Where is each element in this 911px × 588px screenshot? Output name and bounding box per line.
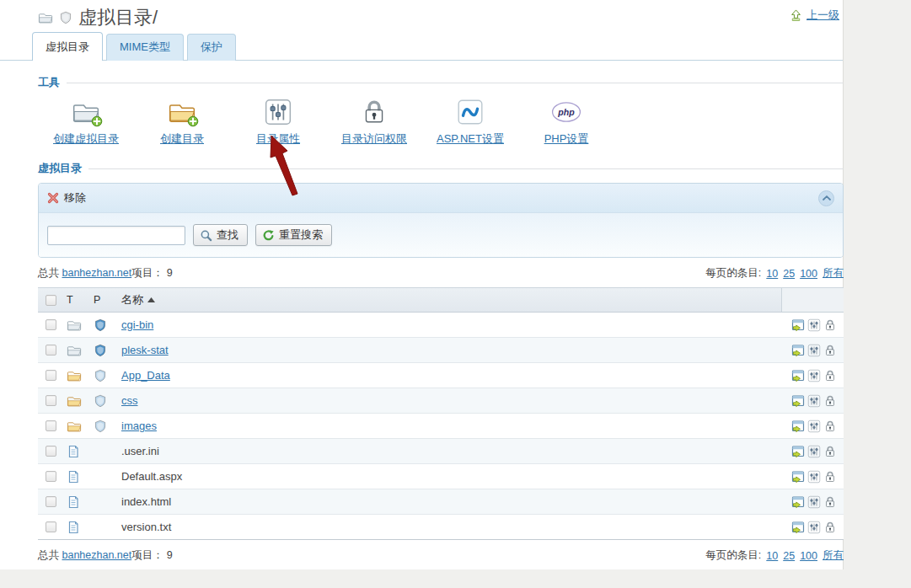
row-checkbox[interactable] [46,496,56,507]
row-checkbox[interactable] [46,345,56,355]
access-permissions-icon[interactable] [823,495,837,509]
per-page-100[interactable]: 100 [800,268,817,280]
tool-create-directory[interactable]: 创建目录 [134,97,230,147]
tool-directory-access-permissions[interactable]: 目录访问权限 [326,97,422,147]
directory-properties-icon[interactable] [807,344,821,357]
directory-properties-icon[interactable] [807,521,821,534]
row-checkbox[interactable] [46,370,56,381]
item-name: version.txt [121,521,171,533]
tool-directory-properties[interactable]: 目录属性 [230,97,326,147]
tool-create-virtual-directory[interactable]: 创建虚拟目录 [38,97,134,147]
domain-link[interactable]: banhezhan.net [62,549,131,561]
protection-shield-icon [94,394,107,408]
access-permissions-icon[interactable] [823,521,837,534]
tool-label[interactable]: 创建虚拟目录 [53,131,119,147]
tool-label[interactable]: 目录访问权限 [341,131,407,147]
open-in-window-icon[interactable] [791,495,805,509]
file-icon [67,445,80,458]
table-row: Default.aspx [38,464,844,489]
item-link[interactable]: images [121,420,157,432]
col-name[interactable]: 名称 [121,288,781,312]
access-permissions-icon[interactable] [823,420,837,433]
item-link[interactable]: cgi-bin [121,318,153,331]
directory-properties-icon[interactable] [807,420,821,433]
domain-link[interactable]: banhezhan.net [62,267,131,279]
row-checkbox[interactable] [46,471,56,482]
access-permissions-icon[interactable] [823,344,837,357]
select-all-checkbox[interactable] [46,295,56,306]
item-name: Default.aspx [121,470,182,483]
open-in-window-icon[interactable] [791,344,805,357]
items-count: 9 [167,267,173,279]
up-level-link[interactable]: 上一级 [807,8,839,23]
directory-icon [67,419,82,434]
access-permissions-icon[interactable] [823,394,837,408]
access-permissions-icon[interactable] [823,470,837,484]
divider [88,168,844,169]
access-permissions-icon[interactable] [823,445,837,458]
item-link[interactable]: plesk-stat [121,344,169,356]
col-protection[interactable]: P [94,288,121,312]
find-button[interactable]: 查找 [193,224,248,246]
table-row: images [38,414,844,439]
tool-php-settings[interactable]: PHP设置 [518,97,614,147]
search-input[interactable] [47,226,185,245]
item-name: index.html [121,495,171,508]
collapse-button[interactable] [818,190,834,206]
row-checkbox[interactable] [46,420,56,431]
directory-properties-icon[interactable] [807,495,821,509]
col-type[interactable]: T [67,288,94,312]
directory-access-permissions-icon [359,97,389,127]
open-in-window-icon[interactable] [791,470,805,484]
per-page-100[interactable]: 100 [800,550,817,562]
tool-label[interactable]: 创建目录 [160,131,204,147]
up-level[interactable]: 上一级 [790,8,839,23]
folder-icon [38,10,53,25]
table-row: .user.ini [38,439,844,464]
per-page-25[interactable]: 25 [783,550,795,562]
row-checkbox[interactable] [46,521,56,532]
access-permissions-icon[interactable] [823,369,837,382]
per-page-all[interactable]: 所有 [823,548,844,563]
table-row: cgi-bin [38,313,844,338]
per-page-10[interactable]: 10 [766,268,778,280]
file-icon [67,470,80,484]
directory-properties-icon[interactable] [807,318,821,332]
totals-top: 总共 banhezhan.net项目：9 每页的条目: 10 25 100 所有 [38,266,844,281]
create-virtual-directory-icon [71,97,101,127]
directory-properties-icon[interactable] [807,394,821,408]
tab-bar: 虚拟目录 MIME类型 保护 [0,35,843,61]
open-in-window-icon[interactable] [791,369,805,382]
directory-properties-icon[interactable] [807,445,821,458]
open-in-window-icon[interactable] [791,394,805,408]
table-row: css [38,388,844,414]
tool-aspnet-settings[interactable]: ASP.NET设置 [422,97,518,147]
row-checkbox[interactable] [46,446,56,457]
per-page-10[interactable]: 10 [766,550,778,562]
aspnet-settings-icon [455,97,485,127]
row-checkbox[interactable] [46,395,56,406]
tool-label[interactable]: 目录属性 [256,131,300,147]
item-link[interactable]: css [121,394,138,407]
tab-mime-types[interactable]: MIME类型 [106,34,184,61]
tab-protection[interactable]: 保护 [187,34,236,61]
remove-button[interactable]: 移除 [47,190,86,206]
access-permissions-icon[interactable] [823,318,837,332]
directory-properties-icon[interactable] [807,369,821,382]
open-in-window-icon[interactable] [791,318,805,332]
open-in-window-icon[interactable] [791,420,805,433]
item-link[interactable]: App_Data [121,369,170,382]
open-in-window-icon[interactable] [791,521,805,534]
protection-shield-icon [94,344,107,357]
reset-search-button[interactable]: 重置搜索 [255,224,332,246]
open-in-window-icon[interactable] [791,445,805,458]
row-checkbox[interactable] [46,319,56,330]
tool-label[interactable]: ASP.NET设置 [437,131,504,147]
per-page-25[interactable]: 25 [783,268,795,280]
tool-label[interactable]: PHP设置 [544,131,589,147]
list-section-title: 虚拟目录 [38,161,82,176]
per-page-all[interactable]: 所有 [823,266,844,281]
table-row: version.txt [38,515,844,540]
tab-virtual-directory[interactable]: 虚拟目录 [32,32,103,61]
directory-properties-icon[interactable] [807,470,821,484]
